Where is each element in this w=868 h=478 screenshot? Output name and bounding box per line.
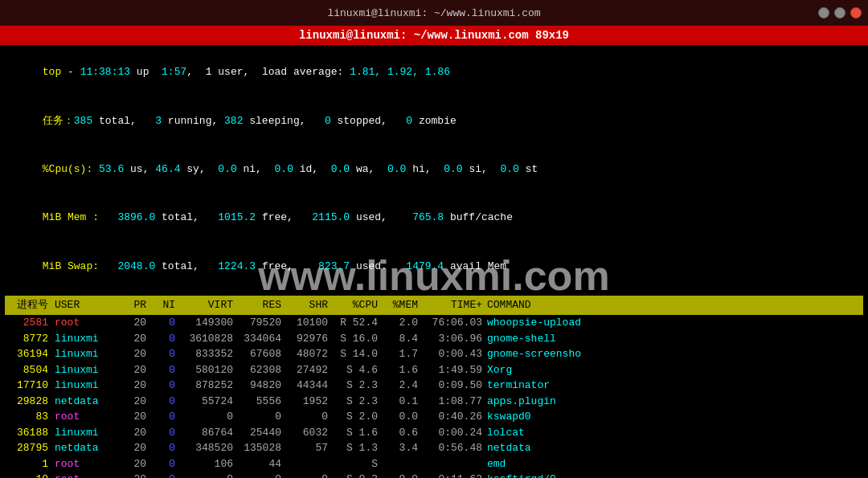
- cell-virt: 106: [175, 456, 233, 472]
- header-time: TIME+: [418, 297, 482, 313]
- header-shr: SHR: [281, 297, 328, 313]
- swap-line: MiB Swap: 2048.0 total, 1224.3 free, 823…: [5, 243, 863, 291]
- header-user: USER: [51, 297, 117, 313]
- cell-pid: 36188: [5, 425, 51, 441]
- cell-cmd: emd: [482, 456, 863, 472]
- cell-pr: 20: [117, 472, 146, 478]
- mem-line: MiB Mem : 3896.0 total, 1015.2 free, 211…: [5, 194, 863, 242]
- cell-ni: 0: [146, 394, 175, 410]
- table-row: 36194 linuxmi 20 0 833352 67608 48072 S …: [5, 346, 863, 362]
- cell-user: linuxmi: [51, 331, 117, 347]
- cell-mem: 0.1: [378, 394, 418, 410]
- cell-shr: 44344: [281, 378, 328, 394]
- table-row: 2581 root 20 0 149300 79520 10100 R 52.4…: [5, 315, 863, 331]
- cell-pid: 2581: [5, 315, 51, 331]
- top-line: top - 11:38:13 up 1:57, 1 user, load ave…: [5, 48, 863, 96]
- cell-pid: 1: [5, 456, 51, 472]
- cell-ni: 0: [146, 378, 175, 394]
- cell-pr: 20: [117, 378, 146, 394]
- cell-cmd: kswapd0: [482, 409, 863, 425]
- cell-shr: 0: [281, 409, 328, 425]
- header-cpu: %CPU: [328, 297, 378, 313]
- cell-ni: 0: [146, 315, 175, 331]
- cell-user: linuxmi: [51, 425, 117, 441]
- minimize-button[interactable]: [818, 7, 829, 18]
- cell-stat-cpu: S 2.3: [328, 378, 378, 394]
- cell-pid: 8772: [5, 331, 51, 347]
- cell-ni: 0: [146, 331, 175, 347]
- cell-stat-cpu: R 52.4: [328, 315, 378, 331]
- header-pr: PR: [117, 297, 146, 313]
- table-row: 1 root 20 0 106 44 S emd: [5, 456, 863, 472]
- tasks-line: 任务：385 total, 3 running, 382 sleeping, 0…: [5, 96, 863, 145]
- cell-pid: 28795: [5, 440, 51, 456]
- cell-res: 5556: [233, 394, 281, 410]
- cell-time: 0:00.43: [418, 346, 482, 362]
- table-row: 8772 linuxmi 20 0 3610828 334064 92976 S…: [5, 331, 863, 347]
- cell-res: 135028: [233, 440, 281, 456]
- cell-shr: 48072: [281, 346, 328, 362]
- cell-time: 1:08.77: [418, 394, 482, 410]
- cell-pr: 20: [117, 425, 146, 441]
- cell-virt: 878252: [175, 378, 233, 394]
- table-row: 83 root 20 0 0 0 0 S 2.0 0.0 0:40.26 ksw…: [5, 409, 863, 425]
- terminal-body: top - 11:38:13 up 1:57, 1 user, load ave…: [0, 45, 868, 478]
- cell-cmd: gnome-screensho: [482, 346, 863, 362]
- cell-time: 76:06.03: [418, 315, 482, 331]
- cell-user: netdata: [51, 394, 117, 410]
- cell-time: 0:00.24: [418, 425, 482, 441]
- cell-cmd: whoopsie-upload: [482, 315, 863, 331]
- cell-cmd: ksoftirqd/0: [482, 472, 863, 478]
- cell-pr: 20: [117, 362, 146, 378]
- cell-stat-cpu: S 1.3: [328, 440, 378, 456]
- close-button[interactable]: [850, 7, 862, 18]
- header-pid: 进程号: [5, 297, 51, 313]
- cell-user: root: [51, 409, 117, 425]
- cell-user: netdata: [51, 440, 117, 456]
- cell-res: 0: [233, 472, 281, 478]
- cell-stat-cpu: S 16.0: [328, 331, 378, 347]
- terminal-container: top - 11:38:13 up 1:57, 1 user, load ave…: [0, 45, 868, 478]
- cell-pid: 8504: [5, 362, 51, 378]
- cell-virt: 86764: [175, 425, 233, 441]
- cell-shr: 6032: [281, 425, 328, 441]
- cell-virt: 3610828: [175, 331, 233, 347]
- cell-mem: 0.0: [378, 472, 418, 478]
- cell-time: 3:06.96: [418, 331, 482, 347]
- cell-cmd: Xorg: [482, 362, 863, 378]
- cell-virt: 0: [175, 472, 233, 478]
- cell-stat-cpu: S 1.6: [328, 425, 378, 441]
- cell-pr: 20: [117, 346, 146, 362]
- cell-virt: 348520: [175, 440, 233, 456]
- cell-time: 0:09.50: [418, 378, 482, 394]
- cell-cmd: lolcat: [482, 425, 863, 441]
- header-res: RES: [233, 297, 281, 313]
- cell-ni: 0: [146, 440, 175, 456]
- maximize-button[interactable]: [834, 7, 845, 18]
- cell-pid: 83: [5, 409, 51, 425]
- cell-stat-cpu: S: [328, 456, 378, 472]
- cell-res: 0: [233, 409, 281, 425]
- cell-shr: 27492: [281, 362, 328, 378]
- table-row: 29828 netdata 20 0 55724 5556 1952 S 2.3…: [5, 394, 863, 410]
- window-controls: [818, 7, 862, 18]
- cell-virt: 149300: [175, 315, 233, 331]
- cell-user: linuxmi: [51, 346, 117, 362]
- cell-res: 67608: [233, 346, 281, 362]
- header-mem: %MEM: [378, 297, 418, 313]
- cell-mem: [378, 456, 418, 472]
- cell-res: 94820: [233, 378, 281, 394]
- cell-mem: 2.0: [378, 315, 418, 331]
- cell-user: root: [51, 315, 117, 331]
- cell-res: 79520: [233, 315, 281, 331]
- cell-res: 334064: [233, 331, 281, 347]
- table-header: 进程号 USER PR NI VIRT RES SHR %CPU %MEM TI…: [5, 296, 863, 315]
- terminal-header: linuxmi@linuxmi: ~/www.linuxmi.com 89x19: [0, 26, 868, 45]
- cell-ni: 0: [146, 362, 175, 378]
- cell-time: [418, 456, 482, 472]
- cell-user: root: [51, 456, 117, 472]
- cell-ni: 0: [146, 409, 175, 425]
- cpu-line: %Cpu(s): 53.6 us, 46.4 sy, 0.0 ni, 0.0 i…: [5, 145, 863, 194]
- cell-mem: 2.4: [378, 378, 418, 394]
- cell-pid: 36194: [5, 346, 51, 362]
